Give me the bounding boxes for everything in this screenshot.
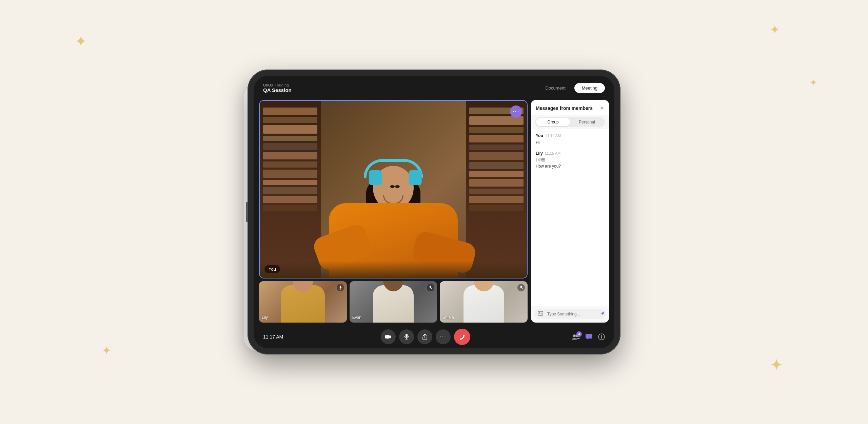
session-subtitle: UI/UX Training [263,83,292,87]
message-time-you: 11:14 AM [545,134,561,138]
attach-image-button[interactable] [538,311,543,317]
info-button[interactable] [598,333,605,340]
lily-label: Lily [262,315,268,320]
lily-mic-icon [337,284,344,291]
evan-video-bg [350,281,437,323]
send-icon [600,311,605,316]
bookshelf-left [260,101,321,278]
send-message-button[interactable] [600,311,605,317]
close-chat-button[interactable]: × [600,105,604,112]
top-bar: UI/UX Training QA Session Document Meeti… [254,76,614,100]
share-button[interactable] [417,329,432,344]
bottom-bar: 11:17 AM [254,325,614,348]
end-call-icon [458,334,466,340]
session-info: UI/UX Training QA Session [263,83,292,93]
main-video-container: You ··· [259,100,528,278]
chat-panel: Messages from members × Group Personal Y… [531,100,609,323]
chat-messages-list: You 11:14 AM Hi Lily 11:15 AM Hi!!!!!How… [531,129,609,306]
video-area: You ··· [259,100,528,323]
message-group-you: You 11:14 AM Hi [536,133,604,146]
shiela-mic-icon [517,284,525,291]
sparkle-top-right: ✦ [770,24,780,36]
svg-rect-7 [538,311,543,315]
tab-document[interactable]: Document [538,83,573,93]
svg-rect-9 [385,335,390,339]
image-icon [538,311,543,316]
tablet-side-button [246,202,248,222]
message-sender-lily: Lily [536,151,543,156]
participants-button[interactable]: 4 [572,333,580,340]
svg-point-13 [573,334,576,337]
chat-tab-group: Group Personal [535,117,605,127]
sparkle-bottom-right: ✦ [770,357,783,373]
more-options-button[interactable]: ··· [510,105,522,118]
end-call-button[interactable] [454,329,470,345]
main-participant-figure [322,149,465,278]
sparkle-bottom-left: ✦ [102,345,111,356]
thumbnail-evan[interactable]: Evan [350,281,437,323]
main-content-area: You ··· [254,100,614,325]
tab-group-chat[interactable]: Group [536,118,570,126]
participants-badge: 4 [576,331,582,337]
svg-rect-15 [586,334,592,339]
tab-personal-chat[interactable]: Personal [570,118,604,126]
evan-label: Evan [352,315,361,320]
thumbnail-shiela[interactable]: Shiela [440,281,528,323]
tab-meeting[interactable]: Meeting [574,83,605,93]
mic-icon [404,334,409,340]
open-chat-button[interactable] [585,333,593,340]
message-input[interactable] [547,312,598,316]
message-sender-you: You [536,133,543,138]
main-video-background [260,101,527,278]
message-text-lily: Hi!!!!!How are you? [536,157,604,169]
microphone-button[interactable] [399,329,414,344]
lily-video-bg [259,281,347,323]
more-options-bottom-button[interactable]: ··· [436,329,451,344]
message-time-lily: 11:15 AM [545,151,560,155]
message-group-lily: Lily 11:15 AM Hi!!!!!How are you? [536,151,604,169]
message-sender-row-you: You 11:14 AM [536,133,604,138]
info-icon [598,333,605,340]
thumbnail-lily[interactable]: Lily [259,281,347,323]
chat-icon [585,333,593,340]
shiela-label: Shiela [442,315,454,320]
call-controls-right: 4 [564,333,605,340]
message-sender-row-lily: Lily 11:15 AM [536,151,604,156]
svg-point-18 [601,335,602,336]
sparkle-top-left: ✦ [75,34,87,49]
camera-icon [385,334,392,340]
svg-rect-10 [406,334,408,337]
message-text-you: Hi [536,139,604,146]
session-title: QA Session [263,87,292,93]
camera-button[interactable] [381,329,396,344]
tablet-screen: UI/UX Training QA Session Document Meeti… [254,76,614,348]
more-dots-icon: ··· [440,334,446,340]
svg-rect-0 [340,286,341,288]
you-label: You [264,265,280,273]
call-time-display: 11:17 AM [263,334,287,340]
tablet-device: UI/UX Training QA Session Document Meeti… [248,70,620,354]
chat-panel-title: Messages from members [536,105,593,111]
sparkle-mid-right: ✦ [809,78,817,88]
more-icon: ··· [512,108,519,114]
call-controls-center: ··· [381,329,470,345]
chat-input-area [534,309,606,319]
share-icon [422,334,428,340]
chat-header: Messages from members × [531,100,609,115]
thumbnail-videos: Lily [259,281,528,323]
view-tab-group: Document Meeting [538,83,605,93]
